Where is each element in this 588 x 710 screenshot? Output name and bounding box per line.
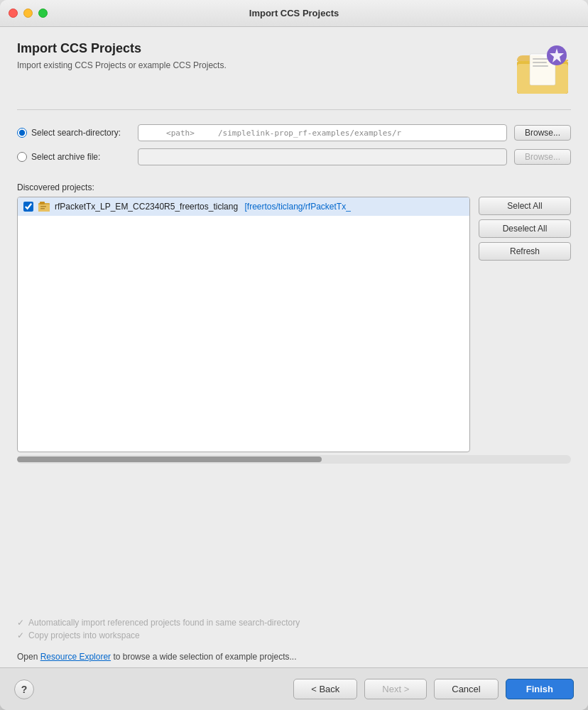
minimize-button[interactable]	[23, 9, 33, 18]
search-directory-row: Select search-directory: Browse...	[17, 124, 571, 141]
content-area: Import CCS Projects Import existing CCS …	[0, 27, 588, 667]
dialog-icon	[514, 41, 571, 98]
bottom-left: ?	[14, 679, 34, 699]
archive-file-label[interactable]: Select archive file:	[17, 152, 138, 162]
archive-browse-button[interactable]: Browse...	[514, 149, 571, 165]
select-all-button[interactable]: Select All	[479, 197, 571, 215]
finish-button[interactable]: Finish	[506, 679, 574, 699]
auto-import-row: ✓ Automatically import referenced projec…	[17, 618, 571, 628]
resource-explorer-link[interactable]: Resource Explorer	[40, 652, 111, 662]
auto-import-check-icon: ✓	[17, 618, 24, 628]
dialog-title: Import CCS Projects	[17, 41, 500, 56]
svg-rect-4	[533, 58, 550, 60]
cancel-button[interactable]: Cancel	[434, 679, 498, 699]
info-prefix: Open	[17, 652, 40, 662]
traffic-lights	[9, 9, 48, 18]
project-item[interactable]: rfPacketTx_LP_EM_CC2340R5_freertos_ticla…	[18, 197, 469, 216]
info-text: Open Resource Explorer to browse a wide …	[17, 652, 571, 662]
dialog-subtitle: Import existing CCS Projects or example …	[17, 60, 500, 70]
copy-projects-row: ✓ Copy projects into workspace	[17, 630, 571, 640]
info-suffix: to browse a wide selection of example pr…	[111, 652, 296, 662]
svg-rect-13	[40, 208, 45, 209]
projects-list[interactable]: rfPacketTx_LP_EM_CC2340R5_freertos_ticla…	[17, 197, 470, 452]
search-directory-radio[interactable]	[17, 128, 27, 138]
scrollbar-thumb[interactable]	[17, 457, 322, 462]
bottom-nav-buttons: < Back Next > Cancel Finish	[293, 679, 574, 699]
svg-rect-5	[533, 62, 547, 63]
copy-projects-check-icon: ✓	[17, 630, 24, 640]
copy-projects-label: Copy projects into workspace	[28, 630, 140, 640]
list-action-buttons: Select All Deselect All Refresh	[479, 197, 571, 452]
project-path: [freertos/ticlang/rfPacketTx_	[242, 202, 351, 212]
projects-area: rfPacketTx_LP_EM_CC2340R5_freertos_ticla…	[17, 197, 571, 452]
window-title: Import CCS Projects	[249, 8, 339, 18]
svg-rect-12	[40, 206, 46, 207]
titlebar: Import CCS Projects	[0, 0, 588, 27]
main-window: Import CCS Projects Import CCS Projects …	[0, 0, 588, 710]
header-text: Import CCS Projects Import existing CCS …	[17, 41, 500, 70]
refresh-button[interactable]: Refresh	[479, 242, 571, 261]
search-directory-label[interactable]: Select search-directory:	[17, 128, 138, 138]
svg-rect-6	[533, 65, 548, 67]
project-checkbox[interactable]	[23, 202, 33, 212]
help-button[interactable]: ?	[14, 679, 34, 699]
options-section: ✓ Automatically import referenced projec…	[17, 618, 571, 643]
project-name: rfPacketTx_LP_EM_CC2340R5_freertos_ticla…	[55, 202, 238, 212]
maximize-button[interactable]	[38, 9, 48, 18]
svg-rect-11	[40, 202, 45, 204]
bottom-bar: ? < Back Next > Cancel Finish	[0, 667, 588, 710]
archive-file-radio[interactable]	[17, 152, 27, 162]
archive-file-input[interactable]	[138, 148, 507, 165]
search-directory-input[interactable]	[138, 124, 507, 141]
back-button[interactable]: < Back	[293, 679, 357, 699]
form-section: Select search-directory: Browse... Selec…	[17, 124, 571, 173]
header-section: Import CCS Projects Import existing CCS …	[17, 41, 571, 110]
archive-file-row: Select archive file: Browse...	[17, 148, 571, 165]
auto-import-label: Automatically import referenced projects…	[28, 618, 300, 628]
deselect-all-button[interactable]: Deselect All	[479, 219, 571, 238]
discovered-label: Discovered projects:	[17, 182, 571, 192]
close-button[interactable]	[9, 9, 18, 18]
horizontal-scrollbar[interactable]	[17, 455, 571, 464]
search-browse-button[interactable]: Browse...	[514, 125, 571, 141]
next-button[interactable]: Next >	[364, 679, 427, 699]
discovered-section: Discovered projects:	[17, 182, 571, 618]
project-icon	[38, 200, 50, 213]
